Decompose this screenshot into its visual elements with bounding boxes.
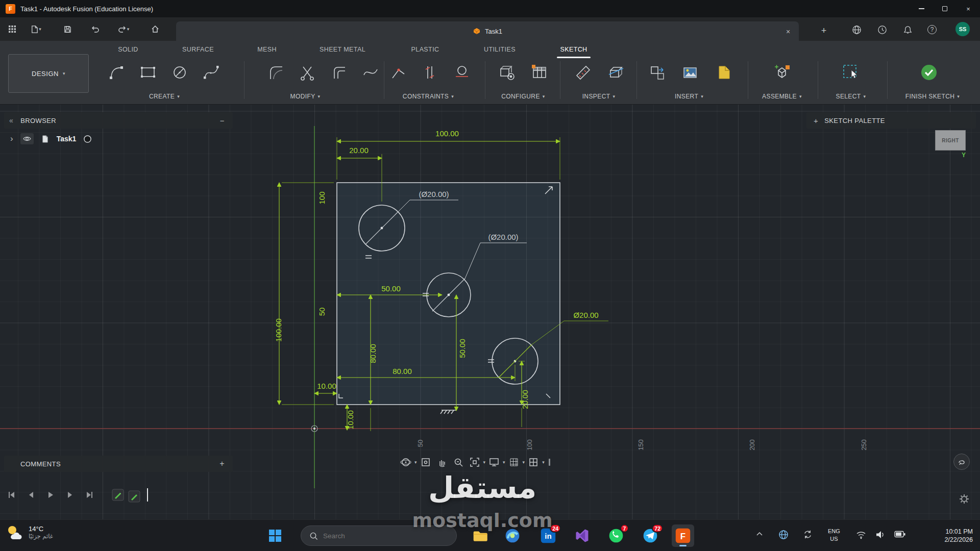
- timeline-feature-sketch-1[interactable]: [109, 486, 127, 504]
- timeline-feature-sketch-2[interactable]: [126, 488, 143, 505]
- new-tab-button[interactable]: +: [816, 22, 832, 39]
- dim-h-50[interactable]: 50.00: [381, 284, 401, 293]
- dim-diameter-ref-1[interactable]: (Ø20.00): [419, 190, 449, 198]
- fit-button[interactable]: [467, 455, 482, 470]
- search-input[interactable]: [323, 532, 435, 540]
- comments-panel-header[interactable]: COMMENTS +: [4, 456, 233, 472]
- insert-image-button[interactable]: [678, 60, 702, 85]
- notifications-button[interactable]: [899, 21, 916, 38]
- curve-tool-button[interactable]: [358, 60, 383, 85]
- browser-button[interactable]: [501, 524, 524, 547]
- circle-tool-button[interactable]: [167, 60, 192, 85]
- offset-tool-button[interactable]: [327, 60, 351, 85]
- close-button[interactable]: ×: [957, 0, 980, 17]
- dim-v-20[interactable]: 20.00: [521, 390, 529, 409]
- look-at-button[interactable]: [418, 455, 433, 470]
- configure-group-dropdown[interactable]: CONFIGURE▾: [501, 93, 545, 100]
- taskbar-search[interactable]: [301, 525, 457, 546]
- online-status-button[interactable]: [848, 21, 865, 38]
- section-analysis-button[interactable]: [604, 60, 628, 85]
- preferences-button[interactable]: [955, 490, 973, 508]
- zoom-button[interactable]: [451, 455, 466, 470]
- insert-dxf-button[interactable]: [711, 60, 736, 85]
- finish-sketch-button[interactable]: [917, 60, 941, 85]
- plus-icon[interactable]: +: [219, 459, 225, 468]
- coincident-constraint-button[interactable]: [386, 60, 410, 85]
- timeline-step-back-button[interactable]: [22, 486, 40, 504]
- linkedin-button[interactable]: in 24: [537, 524, 559, 547]
- insert-group-dropdown[interactable]: INSERT▾: [675, 93, 703, 100]
- volume-button[interactable]: [875, 529, 886, 542]
- language-switcher[interactable]: ENG US: [828, 528, 840, 543]
- modify-group-dropdown[interactable]: MODIFY▾: [290, 93, 321, 100]
- account-avatar[interactable]: SS: [955, 22, 970, 36]
- select-tool-button[interactable]: [839, 60, 863, 85]
- finish-sketch-dropdown[interactable]: FINISH SKETCH▾: [905, 93, 960, 100]
- maximize-button[interactable]: [933, 0, 957, 17]
- tab-plastic[interactable]: PLASTIC: [409, 45, 442, 54]
- wifi-button[interactable]: [855, 529, 867, 542]
- file-menu-button[interactable]: ▾: [26, 21, 46, 37]
- caret-down-icon[interactable]: ▾: [414, 460, 417, 465]
- document-tab[interactable]: Task1 ×: [176, 21, 799, 41]
- dim-coord-50[interactable]: 50: [317, 308, 326, 316]
- dim-diameter-3[interactable]: Ø20.00: [573, 311, 598, 319]
- dim-v-10[interactable]: 10.00: [346, 410, 355, 430]
- rectangle-tool-button[interactable]: [136, 60, 160, 85]
- viewcube[interactable]: RIGHT: [935, 130, 966, 151]
- file-explorer-button[interactable]: [469, 524, 492, 547]
- clock-widget[interactable]: 10:01 PM 2/22/2026: [944, 528, 973, 544]
- measure-button[interactable]: [571, 60, 595, 85]
- dim-h-10[interactable]: 10.00: [317, 382, 336, 390]
- home-view-button[interactable]: [147, 21, 163, 37]
- dim-coord-100[interactable]: 100: [317, 191, 326, 204]
- sketch-palette-header[interactable]: + SKETCH PALETTE: [806, 112, 976, 129]
- fusion-taskbar-button[interactable]: F: [672, 524, 694, 547]
- redo-button[interactable]: ▾: [113, 21, 134, 37]
- visual-studio-button[interactable]: [571, 524, 593, 547]
- dim-v-50[interactable]: 50.00: [458, 339, 467, 358]
- create-group-dropdown[interactable]: CREATE▾: [149, 93, 180, 100]
- browser-document-name[interactable]: Task1: [57, 135, 77, 143]
- timeline-go-to-start-button[interactable]: [3, 486, 20, 504]
- configure-button[interactable]: [494, 60, 519, 85]
- workspace-selector[interactable]: DESIGN ▾: [8, 54, 89, 93]
- configuration-table-button[interactable]: [527, 60, 552, 85]
- visibility-toggle[interactable]: [20, 133, 34, 144]
- help-button[interactable]: ?: [924, 21, 940, 38]
- fillet-tool-button[interactable]: [263, 60, 288, 85]
- display-settings-button[interactable]: [486, 455, 502, 470]
- spline-tool-button[interactable]: [199, 60, 224, 85]
- minimize-panel-icon[interactable]: −: [220, 116, 225, 125]
- dim-width-top[interactable]: 100.00: [435, 129, 459, 138]
- new-component-button[interactable]: [770, 60, 794, 85]
- tab-sketch[interactable]: SKETCH: [558, 45, 589, 54]
- telegram-button[interactable]: 72: [639, 524, 662, 547]
- dim-diameter-ref-2[interactable]: (Ø20.00): [488, 233, 518, 241]
- caret-down-icon[interactable]: ▾: [542, 460, 545, 465]
- dim-v-80[interactable]: 80.00: [369, 344, 377, 363]
- battery-button[interactable]: [894, 531, 906, 540]
- trim-tool-button[interactable]: [295, 60, 320, 85]
- navbar-handle[interactable]: [549, 459, 550, 466]
- inspect-group-dropdown[interactable]: INSPECT▾: [582, 93, 616, 100]
- timeline-position-marker[interactable]: [147, 488, 148, 502]
- dim-offset-20[interactable]: 20.00: [349, 146, 369, 155]
- insert-derive-button[interactable]: [645, 60, 669, 85]
- active-component-radio[interactable]: [83, 135, 92, 143]
- tray-overflow-button[interactable]: [754, 529, 765, 541]
- assemble-group-dropdown[interactable]: ASSEMBLE▾: [762, 93, 802, 100]
- pan-button[interactable]: [434, 455, 450, 470]
- tab-surface[interactable]: SURFACE: [180, 45, 216, 54]
- tangent-constraint-button[interactable]: [450, 60, 474, 85]
- expand-node-icon[interactable]: ›: [10, 134, 13, 144]
- document-tab-close-button[interactable]: ×: [782, 26, 794, 37]
- whatsapp-button[interactable]: 7: [605, 524, 627, 547]
- tray-network-app[interactable]: [778, 529, 789, 542]
- caret-down-icon[interactable]: ▾: [503, 460, 505, 465]
- grid-snap-button[interactable]: [506, 455, 522, 470]
- viewports-button[interactable]: [526, 455, 541, 470]
- dim-height-left[interactable]: 100.00: [274, 318, 283, 342]
- tray-sync-app[interactable]: [802, 529, 813, 541]
- collinear-constraint-button[interactable]: [418, 60, 442, 85]
